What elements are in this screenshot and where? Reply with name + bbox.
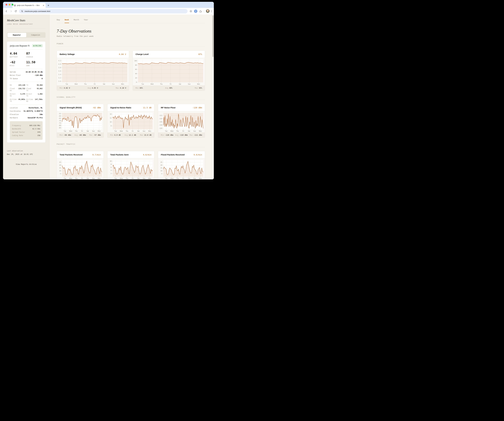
view-reports-archive-link[interactable]: View Reports Archive [16,163,37,165]
browser-menu-icon[interactable] [211,10,212,12]
page-title: 7-Day Observations [57,29,205,34]
svg-text:25: 25 [59,162,61,163]
chart-area: 252015105TueWedThuFriSatSunMon [57,158,104,179]
chart-current-value: 87% [198,53,202,55]
svg-text:Tue: Tue [142,83,144,85]
chart-area: 4.24.03.83.63.43.23.0TueWedThuFriSatSunM… [57,58,129,85]
key-value-row: Coordinates51.6674°N, 4.8597°E [10,110,42,112]
tab-week[interactable]: Week [65,19,69,23]
traffic-label: Flood TX [26,88,34,92]
svg-text:-80: -80 [58,125,61,126]
browser-tab[interactable]: jorijn.com Repeater N — Wee ✕ [12,3,46,8]
svg-text:Sat: Sat [179,83,181,85]
svg-text:Thu: Thu [84,83,87,85]
url-bar[interactable]: meshcore.jorijn.com/week.html [19,9,187,13]
toggle-companion-button[interactable]: Companion [26,33,45,37]
traffic-label: RX [10,84,18,86]
chart-svg: 100806040200TueWedThuFriSatSunMon [133,58,205,85]
svg-text:Fri: Fri [81,177,83,179]
radio-config-box: Frequency869.618 MHzBandwidth62.5 kHzSpr… [10,121,42,140]
period-tabs: DayWeekMonthYear [57,19,205,23]
svg-text:Sun: Sun [112,83,115,85]
svg-text:Wed: Wed [69,130,72,132]
svg-text:3.8: 3.8 [58,67,61,68]
browser-window: jorijn.com Repeater N — Wee ✕ + meshcore… [3,2,214,179]
new-tab-button[interactable]: + [48,4,49,7]
chart-current-value: -120 dBm [192,107,202,109]
chart-card: Total Packets Received 9.7/min 252015105… [57,151,104,179]
chart-area: 108642TueWedThuFriSatSunMon [108,158,154,179]
chart-card: RF Noise Floor -120 dBm -112-114-116-118… [158,104,205,138]
zoom-window-button[interactable] [12,4,13,6]
svg-text:60: 60 [135,69,137,70]
close-window-button[interactable] [6,4,7,6]
svg-text:Wed: Wed [170,130,174,132]
back-icon[interactable] [5,10,8,12]
forward-icon[interactable] [10,10,12,12]
device-type-toggle: Repeater Companion [7,32,46,38]
extensions-puzzle-icon[interactable] [199,10,202,12]
chart-area: 252015105TueWedThuFriSatSunMon [158,158,205,179]
traffic-value: 223,120 [18,84,25,86]
tab-day[interactable]: Day [57,19,60,23]
chart-card: Charge Level 87% 100806040200TueWedThuFr… [133,50,205,91]
chart-svg: 4.24.03.83.63.43.23.0TueWedThuFriSatSunM… [57,58,129,85]
section-packet-traffic: PACKET TRAFFIC Total Packets Received 9.… [57,143,205,179]
svg-text:0: 0 [136,81,137,83]
scrollbar[interactable] [212,15,214,179]
svg-text:Wed: Wed [120,130,123,132]
key-value-row: Bandwidth62.5 kHz [12,128,40,130]
svg-text:Fri: Fri [170,83,171,85]
svg-text:Fri: Fri [81,130,83,132]
svg-text:Mon: Mon [148,177,151,179]
svg-text:Tue: Tue [114,177,117,179]
bookmark-star-icon[interactable] [190,10,192,12]
traffic-value: 147,706s [35,98,42,102]
password-extension-icon[interactable] [194,10,197,13]
svg-text:20: 20 [160,165,162,166]
chart-current-value: 4.04 V [119,53,126,55]
minimize-window-button[interactable] [9,4,10,6]
chart-title: RF Noise Floor [161,106,176,109]
svg-text:Sun: Sun [143,177,145,179]
chart-card: Battery Voltage 4.04 V 4.24.03.83.63.43.… [57,50,129,91]
toggle-repeater-button[interactable]: Repeater [7,33,26,37]
key-value-row: Elevation10m [10,114,42,116]
reload-icon[interactable] [14,10,17,12]
svg-text:-65: -65 [58,118,61,119]
chart-title: Charge Level [136,53,149,55]
globe-icon [14,4,16,6]
chart-area: -55-60-65-70-75-80-85TueWedThuFriSatSunM… [57,111,104,132]
key-value-row: Coding RateCR8 [12,134,40,136]
chart-svg: 1412108TueWedThuFriSatSunMon [108,111,154,133]
chart-svg: 252015105TueWedThuFriSatSunMon [57,158,104,179]
svg-text:-85: -85 [58,127,61,128]
svg-text:Sun: Sun [143,130,145,132]
url-text: meshcore.jorijn.com/week.html [25,10,50,12]
profile-avatar[interactable] [206,9,210,13]
svg-text:Mon: Mon [197,83,200,85]
svg-text:Tue: Tue [165,177,168,179]
site-settings-icon[interactable] [21,10,23,12]
key-value-row: TX Queue0 [10,78,42,79]
device-card: jorijn.com Repeater N ONLINE 4.04 BATTER… [7,41,46,143]
section-power: POWER Battery Voltage 4.04 V 4.24.03.83.… [57,43,205,91]
section-label: PACKET TRAFFIC [57,143,205,145]
online-dot-icon [33,45,34,46]
svg-text:-60: -60 [58,115,61,117]
svg-text:3.4: 3.4 [58,74,61,75]
tab-close-icon[interactable]: ✕ [43,4,44,6]
scrollbar-thumb[interactable] [212,15,214,57]
traffic-value: 1,802 [35,93,42,97]
last-observation-value: Dec 29, 2025 at 16:01 UTC [7,153,46,155]
tab-month[interactable]: Month [74,19,79,23]
svg-text:2: 2 [111,173,111,174]
svg-text:4.2: 4.2 [58,60,61,61]
traffic-value: 94,864 [35,84,42,86]
svg-text:Thu: Thu [126,130,128,132]
svg-text:Thu: Thu [176,177,179,179]
tab-year[interactable]: Year [84,19,88,23]
chart-svg: -112-114-116-118-120TueWedThuFriSatSunMo… [158,111,205,133]
svg-text:15: 15 [59,167,61,169]
svg-text:-118: -118 [159,124,162,126]
